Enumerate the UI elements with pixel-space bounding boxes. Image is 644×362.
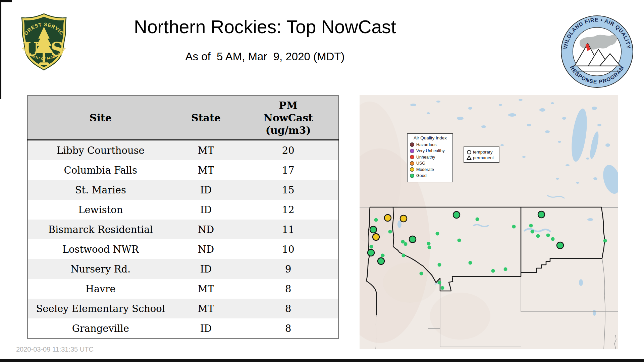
- page-subtitle: As of 5 AM, Mar 9, 2020 (MDT): [101, 50, 429, 63]
- monitor-marker-good: [436, 232, 439, 236]
- temporary-circle-icon: [467, 149, 472, 155]
- aqi-legend-item: Very Unhealthy: [410, 148, 450, 154]
- monitor-marker-good: [438, 281, 441, 285]
- table-row: Lostwood NWRND10: [28, 239, 338, 259]
- wfaqrp-badge-icon: WILDLAND FIRE • AIR QUALITY RESPONSE PRO…: [559, 14, 635, 89]
- site-cell: Columbia Falls: [28, 160, 173, 180]
- state-cell: ID: [173, 200, 239, 220]
- state-cell: MT: [173, 140, 239, 161]
- monitor-marker-good: [370, 226, 377, 233]
- value-cell: 12: [239, 200, 338, 220]
- temporary-label: temporary: [473, 149, 493, 155]
- site-cell: Bismarck Residential: [28, 220, 173, 239]
- table-row: Nursery Rd.ID9: [28, 259, 338, 279]
- state-cell: MT: [173, 160, 239, 180]
- column-header-site: Site: [28, 96, 173, 140]
- monitor-marker-good: [504, 267, 507, 271]
- table-row: Libby CourthouseMT20: [28, 140, 338, 161]
- monitor-marker-good: [381, 254, 385, 257]
- monitor-marker-good: [531, 230, 534, 234]
- page-title: Northern Rockies: Top NowCast: [101, 16, 429, 38]
- aqi-color-dot: [410, 155, 414, 159]
- monitor-marker-good: [378, 258, 384, 264]
- monitor-marker-good: [368, 249, 374, 256]
- monitor-marker-good: [512, 225, 516, 229]
- table-row: HavreMT8: [28, 279, 338, 299]
- value-cell: 11: [239, 220, 338, 239]
- column-header-state: State: [173, 96, 239, 140]
- permanent-label: permanent: [473, 155, 494, 160]
- aqi-legend-item: Unhealthy: [410, 155, 450, 160]
- value-cell: 8: [239, 279, 338, 299]
- aqi-legend-label: Unhealthy: [416, 155, 435, 160]
- monitor-marker-good: [453, 212, 460, 218]
- usfs-logo: FOREST SERVICE DEPARTMENT OF AGRICULTURE…: [17, 12, 70, 72]
- aqi-legend-label: Good: [416, 173, 427, 178]
- value-cell: 15: [239, 180, 338, 200]
- aqi-legend-label: Very Unhealthy: [416, 148, 445, 153]
- svg-text:S: S: [51, 38, 64, 60]
- monitor-marker-good: [427, 242, 431, 246]
- page-frame-bottom: [0, 359, 644, 362]
- site-cell: Lostwood NWR: [28, 239, 173, 259]
- monitor-marker-good: [404, 242, 408, 246]
- state-cell: ID: [173, 318, 239, 339]
- aqi-color-dot: [410, 161, 414, 166]
- state-cell: ID: [173, 180, 239, 200]
- monitor-marker-good: [409, 236, 416, 243]
- table-row: Seeley Elementary SchoolMT8: [28, 299, 338, 318]
- page-frame-left: [0, 0, 1, 99]
- site-cell: Lewiston: [28, 200, 173, 220]
- monitor-marker-good: [441, 286, 444, 290]
- monitor-marker-moderate: [400, 215, 407, 222]
- aqi-legend: Air Quality Index HazardousVery Unhealth…: [407, 133, 453, 182]
- aqi-legend-label: Hazardous: [416, 142, 436, 147]
- nowcast-table: SiteStatePM NowCast (ug/m3) Libby Courth…: [27, 95, 339, 339]
- generated-timestamp: 2020-03-09 11:31:35 UTC: [16, 346, 94, 353]
- aqi-legend-item: Hazardous: [410, 142, 450, 147]
- usfs-shield-icon: FOREST SERVICE DEPARTMENT OF AGRICULTURE…: [17, 12, 70, 72]
- value-cell: 20: [239, 140, 338, 161]
- state-cell: ND: [173, 220, 239, 239]
- state-cell: ND: [173, 239, 239, 259]
- aqi-legend-item: Moderate: [410, 167, 450, 172]
- table-row: LewistonID12: [28, 200, 338, 220]
- aqi-legend-item: USG: [410, 161, 450, 166]
- table-row: Bismarck ResidentialND11: [28, 220, 338, 239]
- site-cell: Havre: [28, 279, 173, 299]
- monitor-marker-good: [438, 263, 441, 267]
- value-cell: 17: [239, 160, 338, 180]
- monitor-marker-good: [469, 261, 472, 265]
- svg-text:U: U: [23, 38, 39, 60]
- aqi-legend-label: USG: [416, 161, 425, 166]
- aqi-color-dot: [410, 149, 414, 153]
- monitor-marker-good: [402, 254, 406, 257]
- site-cell: Nursery Rd.: [28, 259, 173, 279]
- state-cell: MT: [173, 299, 239, 318]
- state-cell: MT: [173, 279, 239, 299]
- value-cell: 9: [239, 259, 338, 279]
- monitor-marker-good: [538, 211, 545, 218]
- monitor-marker-good: [370, 245, 373, 249]
- site-cell: Seeley Elementary School: [28, 299, 173, 318]
- wfaqrp-logo: WILDLAND FIRE • AIR QUALITY RESPONSE PRO…: [559, 14, 635, 89]
- monitor-marker-good: [529, 224, 533, 228]
- value-cell: 10: [239, 239, 338, 259]
- table-row: St. MariesID15: [28, 180, 338, 200]
- site-cell: St. Maries: [28, 180, 173, 200]
- permanent-triangle-icon: [467, 155, 472, 160]
- monitor-marker-good: [388, 230, 392, 234]
- monitor-marker-good: [374, 218, 378, 222]
- monitor-marker-good: [557, 242, 564, 249]
- table-header: SiteStatePM NowCast (ug/m3): [28, 96, 338, 140]
- monitor-marker-good: [491, 269, 495, 273]
- monitor-marker-good: [428, 246, 431, 249]
- table-row: GrangevilleID8: [28, 318, 338, 339]
- monitor-marker-moderate: [384, 215, 391, 221]
- monitor-marker-good: [458, 239, 461, 242]
- page-frame-top: [0, 0, 12, 2]
- monitor-marker-good: [546, 234, 550, 237]
- monitor-marker-good: [603, 239, 607, 243]
- value-cell: 8: [239, 318, 338, 339]
- aqi-legend-item: Good: [410, 173, 450, 179]
